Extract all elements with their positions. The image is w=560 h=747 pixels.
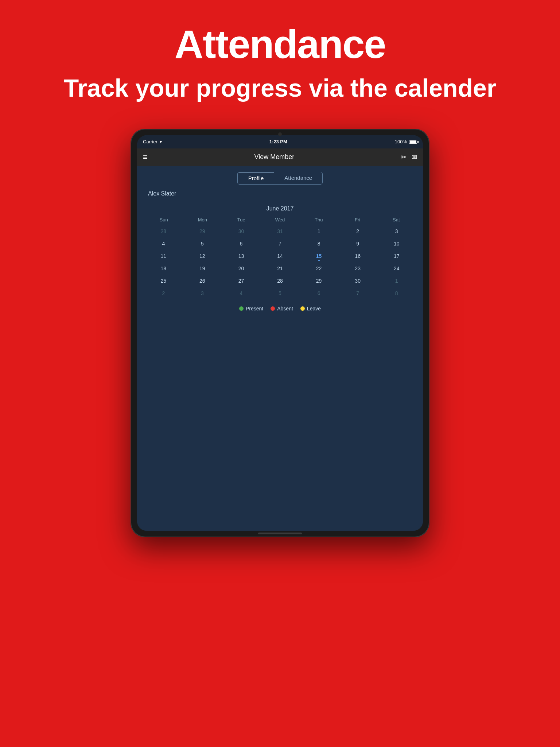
status-time: 1:23 PM [269, 139, 287, 144]
legend-leave: Leave [300, 306, 321, 311]
calendar-day-6[interactable]: 6 [300, 287, 338, 299]
calendar-day-2[interactable]: 2 [339, 225, 377, 237]
status-bar: Carrier ▾ 1:23 PM 100% [137, 135, 423, 148]
carrier-label: Carrier [143, 139, 158, 144]
calendar-day-28[interactable]: 28 [261, 275, 299, 287]
calendar-day-31[interactable]: 31 [261, 225, 299, 237]
calendar-day-24[interactable]: 24 [377, 263, 416, 274]
calendar-day-8[interactable]: 8 [300, 238, 338, 249]
tab-group: Profile Attendance [237, 172, 323, 185]
leave-label: Leave [307, 306, 321, 311]
calendar-day-13[interactable]: 13 [222, 250, 260, 262]
tablet-frame: Carrier ▾ 1:23 PM 100% ≡ View Member ✂ ✉ [131, 129, 429, 537]
tab-attendance[interactable]: Attendance [274, 172, 322, 184]
calendar-day-18[interactable]: 18 [144, 263, 183, 274]
weekday-wed: Wed [261, 216, 299, 224]
calendar-day-16[interactable]: 16 [339, 250, 377, 262]
legend-absent: Absent [271, 306, 293, 311]
calendar-day-28[interactable]: 28 [144, 225, 183, 237]
app-subtitle: Track your progress via the calender [0, 73, 560, 103]
calendar-day-22[interactable]: 22 [300, 263, 338, 274]
content-area: Profile Attendance Alex Slater June 2017… [137, 166, 423, 531]
leave-dot [300, 306, 305, 311]
calendar-day-7[interactable]: 7 [261, 238, 299, 249]
calendar-day-25[interactable]: 25 [144, 275, 183, 287]
tablet-camera [278, 132, 282, 136]
calendar-day-17[interactable]: 17 [377, 250, 416, 262]
calendar-container: June 2017 Sun Mon Tue Wed Thu Fri Sat [144, 205, 416, 299]
battery-percent: 100% [395, 139, 407, 144]
weekday-thu: Thu [299, 216, 338, 224]
calendar-header: June 2017 [144, 205, 416, 212]
calendar-grid: Sun Mon Tue Wed Thu Fri Sat 282930311234… [144, 216, 416, 299]
home-bar [258, 533, 302, 534]
calendar-day-26[interactable]: 26 [183, 275, 222, 287]
status-left: Carrier ▾ [143, 139, 162, 144]
calendar-day-30[interactable]: 30 [222, 225, 260, 237]
calendar-day-14[interactable]: 14 [261, 250, 299, 262]
tabs-container: Profile Attendance [144, 172, 416, 185]
calendar-day-23[interactable]: 23 [339, 263, 377, 274]
calendar-day-7[interactable]: 7 [339, 287, 377, 299]
tablet-wrapper: Carrier ▾ 1:23 PM 100% ≡ View Member ✂ ✉ [0, 129, 560, 537]
calendar-day-19[interactable]: 19 [183, 263, 222, 274]
tab-profile[interactable]: Profile [238, 172, 275, 184]
nav-right-icons: ✂ ✉ [401, 153, 417, 161]
present-dot [239, 306, 244, 311]
weekday-mon: Mon [183, 216, 222, 224]
calendar-day-8[interactable]: 8 [377, 287, 416, 299]
battery-icon [409, 140, 417, 144]
calendar-day-21[interactable]: 21 [261, 263, 299, 274]
calendar-day-2[interactable]: 2 [144, 287, 183, 299]
calendar-day-27[interactable]: 27 [222, 275, 260, 287]
calendar-day-4[interactable]: 4 [144, 238, 183, 249]
mail-icon[interactable]: ✉ [412, 153, 417, 161]
calendar-day-29[interactable]: 29 [183, 225, 222, 237]
calendar-day-6[interactable]: 6 [222, 238, 260, 249]
calendar-day-1[interactable]: 1 [300, 225, 338, 237]
app-title: Attendance [0, 22, 560, 66]
calendar-day-20[interactable]: 20 [222, 263, 260, 274]
calendar-days: 2829303112345678910111213141516171819202… [144, 225, 416, 299]
calendar-day-5[interactable]: 5 [261, 287, 299, 299]
calendar-day-29[interactable]: 29 [300, 275, 338, 287]
absent-dot [271, 306, 275, 311]
calendar-day-3[interactable]: 3 [377, 225, 416, 237]
calendar-day-12[interactable]: 12 [183, 250, 222, 262]
menu-button[interactable]: ≡ [143, 152, 148, 162]
wifi-icon: ▾ [160, 139, 162, 144]
weekday-sun: Sun [144, 216, 183, 224]
present-label: Present [246, 306, 263, 311]
member-name: Alex Slater [144, 190, 416, 197]
weekday-fri: Fri [338, 216, 377, 224]
calendar-day-10[interactable]: 10 [377, 238, 416, 249]
calendar-day-15[interactable]: 15 [300, 250, 338, 262]
calendar-day-30[interactable]: 30 [339, 275, 377, 287]
legend-container: Present Absent Leave [144, 306, 416, 311]
weekday-sat: Sat [377, 216, 416, 224]
calendar-day-3[interactable]: 3 [183, 287, 222, 299]
tablet-screen: Carrier ▾ 1:23 PM 100% ≡ View Member ✂ ✉ [137, 135, 423, 531]
scissors-icon[interactable]: ✂ [401, 153, 407, 161]
calendar-weekdays: Sun Mon Tue Wed Thu Fri Sat [144, 216, 416, 224]
nav-title: View Member [254, 153, 295, 161]
calendar-day-9[interactable]: 9 [339, 238, 377, 249]
member-divider [144, 200, 416, 200]
status-right: 100% [395, 139, 417, 144]
calendar-day-4[interactable]: 4 [222, 287, 260, 299]
weekday-tue: Tue [222, 216, 261, 224]
legend-present: Present [239, 306, 263, 311]
header-section: Attendance Track your progress via the c… [0, 0, 560, 118]
calendar-day-11[interactable]: 11 [144, 250, 183, 262]
nav-bar: ≡ View Member ✂ ✉ [137, 148, 423, 166]
calendar-day-5[interactable]: 5 [183, 238, 222, 249]
calendar-day-1[interactable]: 1 [377, 275, 416, 287]
absent-label: Absent [277, 306, 293, 311]
